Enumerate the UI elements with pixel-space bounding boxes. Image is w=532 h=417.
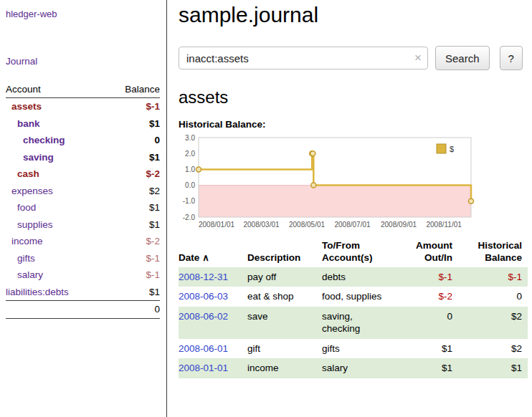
transaction-accounts: salary <box>322 358 396 378</box>
transaction-date-link[interactable]: 2008-06-01 <box>179 343 228 354</box>
accounts-header-account: Account <box>6 82 105 98</box>
account-row: cash$-2 <box>6 166 160 183</box>
transaction-description: eat & shop <box>247 287 322 307</box>
register-header-label: Date <box>179 252 199 263</box>
search-form: × Search ? <box>179 46 528 70</box>
register-row: 2008-06-02savesaving, checking0$2 <box>179 307 528 339</box>
transaction-amount: $1 <box>396 358 458 378</box>
transaction-balance: $1 <box>458 358 528 378</box>
account-row: supplies$1 <box>6 216 160 234</box>
register-header-label: Historical Balance <box>478 240 522 263</box>
svg-text:2008/11/01: 2008/11/01 <box>427 221 462 229</box>
account-row: checking0 <box>6 132 160 149</box>
transaction-date-link[interactable]: 2008-12-31 <box>179 272 228 282</box>
account-link-gifts[interactable]: gifts <box>17 253 35 264</box>
account-balance: $1 <box>105 216 160 234</box>
accounts-header-balance: Balance <box>105 82 160 98</box>
search-input[interactable] <box>179 47 428 70</box>
register-table: Date∧DescriptionTo/From Account(s)Amount… <box>179 239 528 378</box>
account-link-supplies[interactable]: supplies <box>17 219 53 230</box>
transaction-balance: $-1 <box>458 267 528 287</box>
register-row: 2008-06-03eat & shopfood, supplies$-20 <box>179 287 528 307</box>
svg-text:1.0: 1.0 <box>185 166 195 173</box>
account-link-bank[interactable]: bank <box>17 118 40 129</box>
account-link-liabilities-debts[interactable]: liabilities:debts <box>6 287 69 297</box>
account-link-checking[interactable]: checking <box>23 135 65 145</box>
register-header-date[interactable]: Date∧ <box>179 239 247 267</box>
account-balance: $-2 <box>105 233 160 250</box>
search-box: × <box>179 47 428 70</box>
account-balance: $-1 <box>105 250 160 267</box>
register-header-row: Date∧DescriptionTo/From Account(s)Amount… <box>179 239 528 267</box>
svg-text:2008/01/01: 2008/01/01 <box>199 221 234 229</box>
clear-search-icon[interactable]: × <box>414 51 422 65</box>
register-header-description: Description <box>247 239 322 267</box>
account-balance: $-1 <box>105 98 160 115</box>
account-row: salary$-1 <box>6 267 160 284</box>
account-link-cash[interactable]: cash <box>17 168 39 179</box>
account-row: liabilities:debts$1 <box>6 284 160 301</box>
svg-text:2.0: 2.0 <box>185 150 195 158</box>
accounts-table: Account Balance assets$-1bank$1checking0… <box>6 82 160 319</box>
transaction-balance: $2 <box>458 307 528 339</box>
account-balance: $1 <box>105 149 160 166</box>
register-row: 2008-12-31pay offdebts$-1$-1 <box>179 267 528 287</box>
transaction-balance: $2 <box>458 339 528 359</box>
transaction-amount: $-1 <box>396 267 458 287</box>
account-balance: $1 <box>105 115 160 133</box>
account-row: food$1 <box>6 199 160 216</box>
svg-text:2008/07/01: 2008/07/01 <box>335 221 371 229</box>
account-row: expenses$2 <box>6 183 160 200</box>
account-link-saving[interactable]: saving <box>23 152 54 163</box>
sort-ascending-icon: ∧ <box>202 252 209 263</box>
sidebar: hledger-web Journal Account Balance asse… <box>0 0 167 417</box>
account-balance: $1 <box>105 199 160 216</box>
svg-text:2008/03/01: 2008/03/01 <box>244 221 280 229</box>
journal-link[interactable]: Journal <box>6 56 37 67</box>
transaction-amount: 0 <box>396 307 458 339</box>
svg-text:0.0: 0.0 <box>185 181 195 189</box>
register-row: 2008-06-01giftgifts$1$2 <box>179 339 528 359</box>
chart-svg: 3.02.01.00.0-1.0-2.02008/01/012008/03/01… <box>179 133 477 230</box>
svg-text:-1.0: -1.0 <box>183 197 196 205</box>
svg-text:2008/05/01: 2008/05/01 <box>289 221 325 229</box>
main-content: sample.journal × Search ? assets Histori… <box>167 0 532 417</box>
transaction-description: income <box>247 358 322 378</box>
transaction-balance: 0 <box>458 287 528 307</box>
transaction-date-link[interactable]: 2008-01-01 <box>179 363 228 373</box>
account-link-assets[interactable]: assets <box>11 101 42 112</box>
historical-balance-chart: 3.02.01.00.0-1.0-2.02008/01/012008/03/01… <box>179 133 528 233</box>
account-row: income$-2 <box>6 233 160 250</box>
chart-title: Historical Balance: <box>179 119 528 130</box>
transaction-date-link[interactable]: 2008-06-02 <box>179 311 228 322</box>
register-header-accounts: To/From Account(s) <box>322 239 396 267</box>
account-link-salary[interactable]: salary <box>17 269 43 280</box>
register-header-label: Amount Out/In <box>416 240 452 263</box>
transaction-accounts: debts <box>322 267 396 287</box>
transaction-accounts: gifts <box>322 339 396 359</box>
transaction-date-link[interactable]: 2008-06-03 <box>179 291 228 302</box>
transaction-description: save <box>247 307 322 339</box>
account-heading: assets <box>179 87 528 107</box>
transaction-amount: $1 <box>396 339 458 359</box>
account-link-income[interactable]: income <box>11 236 43 246</box>
search-button[interactable]: Search <box>435 46 490 70</box>
svg-text:3.0: 3.0 <box>185 134 195 142</box>
account-row: gifts$-1 <box>6 250 160 267</box>
svg-text:$: $ <box>450 145 454 153</box>
accounts-total-balance: 0 <box>6 301 160 319</box>
account-balance: $1 <box>105 284 160 301</box>
accounts-total-row: 0 <box>6 301 160 319</box>
transaction-accounts: saving, checking <box>322 307 396 339</box>
journal-nav: Journal <box>6 54 160 67</box>
account-balance: $-2 <box>105 166 160 183</box>
svg-text:-2.0: -2.0 <box>183 214 196 221</box>
accounts-header-row: Account Balance <box>6 82 160 98</box>
app-title-link[interactable]: hledger-web <box>6 9 57 19</box>
account-link-food[interactable]: food <box>17 202 36 213</box>
register-header-balance: Historical Balance <box>458 239 528 267</box>
account-link-expenses[interactable]: expenses <box>11 186 53 196</box>
help-button[interactable]: ? <box>500 46 523 70</box>
page-title: sample.journal <box>179 3 528 27</box>
register-header-label: To/From Account(s) <box>322 240 373 263</box>
